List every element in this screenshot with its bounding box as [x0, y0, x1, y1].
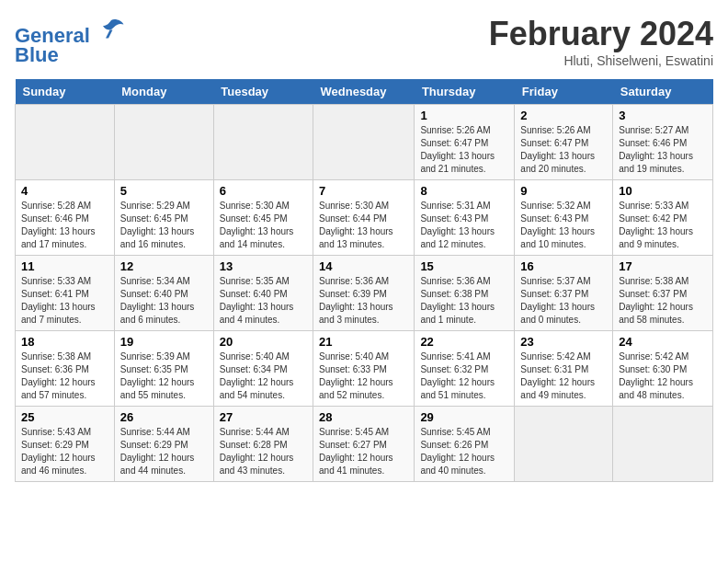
logo-text: General — [15, 15, 125, 47]
day-info: Sunrise: 5:29 AM Sunset: 6:45 PM Dayligh… — [120, 200, 208, 251]
day-number: 18 — [21, 335, 108, 349]
day-number: 17 — [619, 259, 707, 273]
calendar-cell: 7Sunrise: 5:30 AM Sunset: 6:44 PM Daylig… — [313, 180, 415, 256]
calendar-cell — [515, 407, 613, 482]
calendar-cell: 27Sunrise: 5:44 AM Sunset: 6:28 PM Dayli… — [213, 407, 313, 482]
calendar-cell: 6Sunrise: 5:30 AM Sunset: 6:45 PM Daylig… — [213, 180, 313, 256]
calendar-cell: 26Sunrise: 5:44 AM Sunset: 6:29 PM Dayli… — [114, 407, 213, 482]
logo-bird-icon — [97, 15, 125, 42]
calendar-cell: 8Sunrise: 5:31 AM Sunset: 6:43 PM Daylig… — [415, 180, 515, 256]
day-info: Sunrise: 5:38 AM Sunset: 6:37 PM Dayligh… — [619, 275, 707, 327]
calendar-day-header: Saturday — [613, 79, 713, 105]
calendar-cell: 12Sunrise: 5:34 AM Sunset: 6:40 PM Dayli… — [114, 256, 213, 331]
day-info: Sunrise: 5:42 AM Sunset: 6:31 PM Dayligh… — [520, 350, 607, 402]
day-number: 2 — [520, 109, 607, 122]
calendar-cell: 10Sunrise: 5:33 AM Sunset: 6:42 PM Dayli… — [613, 180, 713, 256]
calendar-cell: 23Sunrise: 5:42 AM Sunset: 6:31 PM Dayli… — [515, 331, 613, 407]
calendar-cell: 5Sunrise: 5:29 AM Sunset: 6:45 PM Daylig… — [114, 180, 213, 256]
day-info: Sunrise: 5:40 AM Sunset: 6:34 PM Dayligh… — [220, 350, 307, 402]
day-info: Sunrise: 5:28 AM Sunset: 6:46 PM Dayligh… — [21, 200, 108, 251]
day-number: 27 — [220, 410, 307, 424]
day-number: 19 — [120, 335, 208, 349]
day-info: Sunrise: 5:33 AM Sunset: 6:42 PM Dayligh… — [619, 200, 707, 251]
calendar-day-header: Thursday — [415, 79, 515, 105]
calendar-cell — [313, 105, 415, 180]
day-number: 8 — [420, 184, 508, 198]
day-number: 28 — [319, 410, 408, 424]
day-info: Sunrise: 5:30 AM Sunset: 6:44 PM Dayligh… — [319, 200, 408, 251]
day-number: 29 — [420, 410, 508, 424]
day-info: Sunrise: 5:44 AM Sunset: 6:28 PM Dayligh… — [220, 426, 307, 477]
calendar-cell: 25Sunrise: 5:43 AM Sunset: 6:29 PM Dayli… — [16, 407, 115, 482]
calendar-cell: 19Sunrise: 5:39 AM Sunset: 6:35 PM Dayli… — [114, 331, 213, 407]
day-number: 12 — [120, 259, 208, 273]
day-number: 11 — [21, 259, 108, 273]
day-number: 9 — [520, 184, 607, 198]
day-info: Sunrise: 5:27 AM Sunset: 6:46 PM Dayligh… — [619, 124, 707, 176]
calendar-day-header: Wednesday — [313, 79, 415, 105]
day-number: 24 — [619, 335, 707, 349]
calendar-cell: 28Sunrise: 5:45 AM Sunset: 6:27 PM Dayli… — [313, 407, 415, 482]
day-number: 22 — [420, 335, 508, 349]
day-number: 21 — [319, 335, 408, 349]
day-info: Sunrise: 5:26 AM Sunset: 6:47 PM Dayligh… — [420, 124, 508, 176]
day-info: Sunrise: 5:30 AM Sunset: 6:45 PM Dayligh… — [220, 200, 307, 251]
day-info: Sunrise: 5:31 AM Sunset: 6:43 PM Dayligh… — [420, 200, 508, 251]
title-area: February 2024 Hluti, Shiselweni, Eswatin… — [489, 15, 713, 68]
calendar-cell: 22Sunrise: 5:41 AM Sunset: 6:32 PM Dayli… — [415, 331, 515, 407]
calendar-cell: 11Sunrise: 5:33 AM Sunset: 6:41 PM Dayli… — [16, 256, 115, 331]
calendar-day-header: Sunday — [16, 79, 115, 105]
day-number: 1 — [420, 109, 508, 122]
calendar-cell — [114, 105, 213, 180]
calendar-cell — [613, 407, 713, 482]
calendar-week-row: 25Sunrise: 5:43 AM Sunset: 6:29 PM Dayli… — [16, 407, 713, 482]
day-number: 26 — [120, 410, 208, 424]
day-info: Sunrise: 5:38 AM Sunset: 6:36 PM Dayligh… — [21, 350, 108, 402]
logo: General Blue — [15, 15, 125, 67]
day-info: Sunrise: 5:26 AM Sunset: 6:47 PM Dayligh… — [520, 124, 607, 176]
calendar-week-row: 18Sunrise: 5:38 AM Sunset: 6:36 PM Dayli… — [16, 331, 713, 407]
calendar-cell: 24Sunrise: 5:42 AM Sunset: 6:30 PM Dayli… — [613, 331, 713, 407]
day-number: 10 — [619, 184, 707, 198]
calendar-cell: 16Sunrise: 5:37 AM Sunset: 6:37 PM Dayli… — [515, 256, 613, 331]
day-info: Sunrise: 5:32 AM Sunset: 6:43 PM Dayligh… — [520, 200, 607, 251]
calendar-cell: 15Sunrise: 5:36 AM Sunset: 6:38 PM Dayli… — [415, 256, 515, 331]
calendar-cell: 2Sunrise: 5:26 AM Sunset: 6:47 PM Daylig… — [515, 105, 613, 180]
calendar-day-header: Friday — [515, 79, 613, 105]
day-info: Sunrise: 5:44 AM Sunset: 6:29 PM Dayligh… — [120, 426, 208, 477]
day-number: 14 — [319, 259, 408, 273]
calendar-cell: 4Sunrise: 5:28 AM Sunset: 6:46 PM Daylig… — [16, 180, 115, 256]
calendar-cell: 17Sunrise: 5:38 AM Sunset: 6:37 PM Dayli… — [613, 256, 713, 331]
calendar-header-row: SundayMondayTuesdayWednesdayThursdayFrid… — [16, 79, 713, 105]
calendar-cell — [16, 105, 115, 180]
day-info: Sunrise: 5:40 AM Sunset: 6:33 PM Dayligh… — [319, 350, 408, 402]
calendar-day-header: Monday — [114, 79, 213, 105]
day-info: Sunrise: 5:34 AM Sunset: 6:40 PM Dayligh… — [120, 275, 208, 327]
day-number: 13 — [220, 259, 307, 273]
calendar-day-header: Tuesday — [213, 79, 313, 105]
day-number: 7 — [319, 184, 408, 198]
calendar-cell: 1Sunrise: 5:26 AM Sunset: 6:47 PM Daylig… — [415, 105, 515, 180]
location-title: Hluti, Shiselweni, Eswatini — [489, 53, 713, 68]
day-info: Sunrise: 5:33 AM Sunset: 6:41 PM Dayligh… — [21, 275, 108, 327]
calendar-week-row: 4Sunrise: 5:28 AM Sunset: 6:46 PM Daylig… — [16, 180, 713, 256]
day-info: Sunrise: 5:36 AM Sunset: 6:38 PM Dayligh… — [420, 275, 508, 327]
calendar-cell: 9Sunrise: 5:32 AM Sunset: 6:43 PM Daylig… — [515, 180, 613, 256]
header: General Blue February 2024 Hluti, Shisel… — [15, 15, 713, 68]
day-info: Sunrise: 5:39 AM Sunset: 6:35 PM Dayligh… — [120, 350, 208, 402]
calendar-cell: 21Sunrise: 5:40 AM Sunset: 6:33 PM Dayli… — [313, 331, 415, 407]
day-info: Sunrise: 5:35 AM Sunset: 6:40 PM Dayligh… — [220, 275, 307, 327]
day-info: Sunrise: 5:36 AM Sunset: 6:39 PM Dayligh… — [319, 275, 408, 327]
day-info: Sunrise: 5:41 AM Sunset: 6:32 PM Dayligh… — [420, 350, 508, 402]
calendar-cell: 18Sunrise: 5:38 AM Sunset: 6:36 PM Dayli… — [16, 331, 115, 407]
calendar-week-row: 11Sunrise: 5:33 AM Sunset: 6:41 PM Dayli… — [16, 256, 713, 331]
calendar-cell — [213, 105, 313, 180]
day-number: 20 — [220, 335, 307, 349]
month-title: February 2024 — [489, 15, 713, 53]
day-info: Sunrise: 5:42 AM Sunset: 6:30 PM Dayligh… — [619, 350, 707, 402]
calendar-week-row: 1Sunrise: 5:26 AM Sunset: 6:47 PM Daylig… — [16, 105, 713, 180]
day-number: 23 — [520, 335, 607, 349]
day-number: 3 — [619, 109, 707, 122]
day-info: Sunrise: 5:45 AM Sunset: 6:27 PM Dayligh… — [319, 426, 408, 477]
day-number: 15 — [420, 259, 508, 273]
